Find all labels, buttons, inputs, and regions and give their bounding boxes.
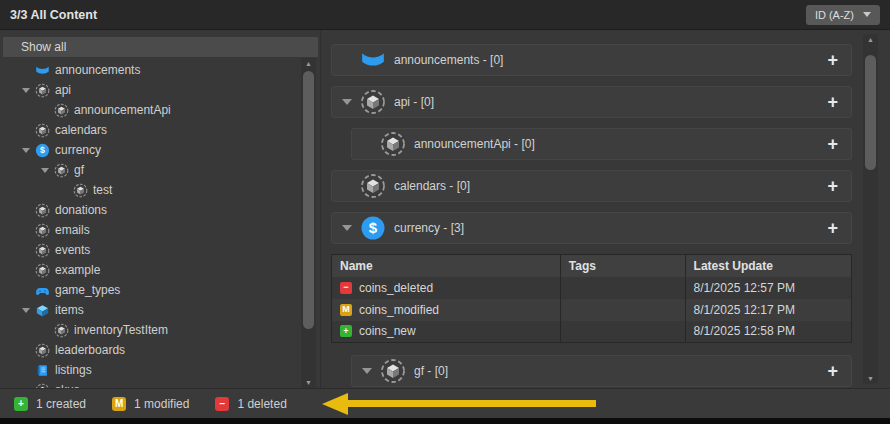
content-section-row[interactable]: gf - [0] + (351, 355, 852, 387)
tree-item[interactable]: inventoryTestItem (0, 320, 320, 340)
table-header[interactable]: Latest Update (685, 255, 851, 277)
banner-icon (35, 63, 50, 78)
tree-item[interactable]: api (0, 80, 320, 100)
tree-item-label: test (93, 183, 112, 197)
tree-item-label: items (55, 303, 84, 317)
namespace-icon (360, 173, 386, 199)
tree-item[interactable]: donations (0, 200, 320, 220)
namespace-icon (35, 263, 50, 278)
status-badge: M (340, 304, 352, 316)
namespace-icon (360, 89, 386, 115)
tree-item-label: leaderboards (55, 343, 125, 357)
entry-tags (560, 299, 685, 321)
tree-item-label: game_types (55, 283, 120, 297)
tree-item[interactable]: announcementApi (0, 100, 320, 120)
section-label: api - [0] (394, 95, 434, 109)
banner-icon (360, 47, 386, 73)
entry-tags (560, 277, 685, 299)
tree-item[interactable]: leaderboards (0, 340, 320, 360)
expand-caret-icon[interactable] (22, 88, 30, 93)
tree-item[interactable]: events (0, 240, 320, 260)
status-bar: + 1 created M 1 modified − 1 deleted (0, 388, 890, 418)
tree-item-label: calendars (55, 123, 107, 137)
filter-show-all[interactable]: Show all (3, 37, 318, 57)
tree-item[interactable]: test (0, 180, 320, 200)
content-tree: announcements api announcementApi (0, 60, 320, 388)
legend-label: 1 modified (134, 397, 189, 411)
namespace-icon (54, 103, 69, 118)
content-section-row[interactable]: calendars - [0] + (331, 170, 852, 202)
add-item-button[interactable]: + (827, 51, 838, 69)
table-header[interactable]: Tags (560, 255, 685, 277)
content-section-row[interactable]: api - [0] + (331, 86, 852, 118)
scroll-up-icon[interactable]: ▲ (867, 34, 874, 45)
scroll-up-icon[interactable]: ▲ (305, 58, 312, 69)
legend-label: 1 created (36, 397, 86, 411)
add-item-button[interactable]: + (827, 219, 838, 237)
table-header[interactable]: Name (332, 255, 561, 277)
status-badge: M (112, 397, 126, 411)
tree-item-label: donations (55, 203, 107, 217)
add-item-button[interactable]: + (827, 135, 838, 153)
entry-updated: 8/1/2025 12:17 PM (685, 299, 851, 321)
currency-icon: $ (360, 215, 386, 241)
scrollbar-thumb[interactable] (303, 71, 314, 329)
namespace-icon (73, 183, 88, 198)
scrollbar-thumb[interactable] (865, 55, 876, 170)
table-row[interactable]: − coins_deleted 8/1/2025 12:57 PM (332, 277, 852, 299)
table-row[interactable]: M coins_modified 8/1/2025 12:17 PM (332, 299, 852, 321)
content-section-row[interactable]: $ currency - [3] + (331, 212, 852, 244)
tree-item[interactable]: game_types (0, 280, 320, 300)
entry-name: coins_modified (359, 303, 439, 317)
titlebar: 3/3 All Content ID (A-Z) (0, 0, 890, 30)
expand-caret-icon[interactable] (362, 368, 372, 374)
add-item-button[interactable]: + (827, 362, 838, 380)
entry-name: coins_deleted (359, 281, 433, 295)
legend-item: M 1 modified (112, 397, 189, 411)
tree-item[interactable]: items (0, 300, 320, 320)
tree-item[interactable]: $ currency (0, 140, 320, 160)
entry-updated: 8/1/2025 12:57 PM (685, 277, 851, 299)
namespace-icon (35, 223, 50, 238)
chevron-down-icon (863, 12, 871, 17)
content-section-row[interactable]: announcements - [0] + (331, 44, 852, 76)
tree-item[interactable]: gf (0, 160, 320, 180)
tree-item[interactable]: listings (0, 360, 320, 380)
entry-updated: 8/1/2025 12:58 PM (685, 321, 851, 343)
entry-tags (560, 321, 685, 343)
expand-caret-icon[interactable] (41, 168, 49, 173)
add-item-button[interactable]: + (827, 177, 838, 195)
tree-item-label: listings (55, 363, 92, 377)
add-item-button[interactable]: + (827, 93, 838, 111)
tree-item[interactable]: calendars (0, 120, 320, 140)
expand-caret-icon[interactable] (22, 148, 30, 153)
tree-item-label: announcements (55, 63, 140, 77)
expand-caret-icon[interactable] (22, 308, 30, 313)
tree-item[interactable]: example (0, 260, 320, 280)
namespace-icon (35, 343, 50, 358)
entry-name: coins_new (359, 324, 416, 338)
table-header-row: NameTagsLatest Update (332, 255, 852, 277)
sort-order-label: ID (A-Z) (815, 9, 854, 21)
scroll-down-icon[interactable]: ▼ (867, 373, 874, 384)
table-row[interactable]: + coins_new 8/1/2025 12:58 PM (332, 321, 852, 343)
namespace-icon (35, 123, 50, 138)
content-scrollbar[interactable]: ▲ ▼ (863, 34, 878, 384)
section-label: gf - [0] (414, 364, 448, 378)
status-badge: + (14, 397, 28, 411)
expand-caret-icon[interactable] (342, 225, 352, 231)
sidebar-scrollbar[interactable]: ▲ ▼ (301, 58, 316, 388)
main-area: Show all announcements api a (0, 30, 890, 388)
tree-item[interactable]: announcements (0, 60, 320, 80)
expand-caret-icon[interactable] (342, 99, 352, 105)
tree-item[interactable]: skus (0, 380, 320, 388)
content-section-row[interactable]: announcementApi - [0] + (351, 128, 852, 160)
tree-item-label: gf (74, 163, 84, 177)
sort-order-button[interactable]: ID (A-Z) (806, 5, 880, 25)
scroll-down-icon[interactable]: ▼ (305, 377, 312, 388)
tree-item[interactable]: emails (0, 220, 320, 240)
status-badge: − (215, 397, 229, 411)
currency-table: NameTagsLatest Update − coins_deleted 8/… (331, 254, 852, 343)
namespace-icon (35, 83, 50, 98)
tree-item-label: example (55, 263, 100, 277)
